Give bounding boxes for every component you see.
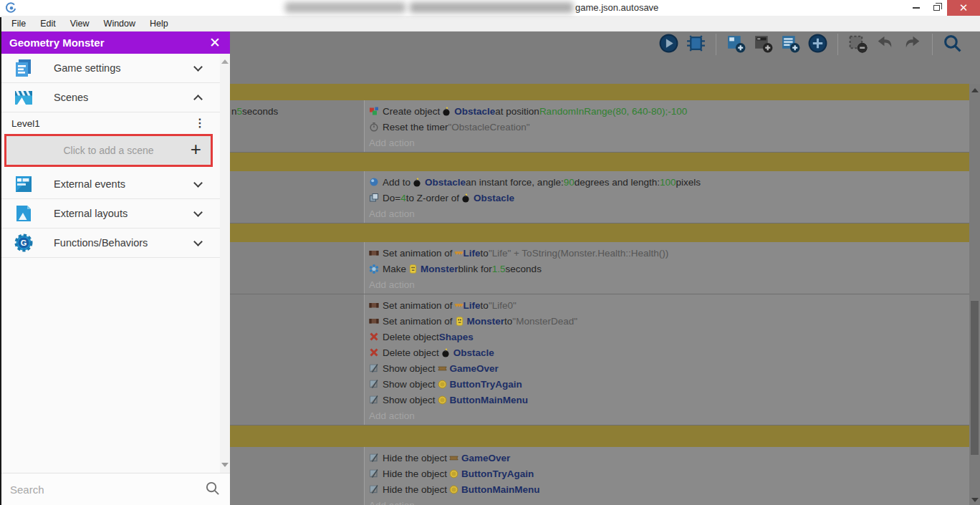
action-text: Reset the timer [383, 122, 448, 133]
action-row[interactable]: Set animation of ♥♥♥Life to "Life" + ToS… [369, 245, 969, 261]
comment-row[interactable] [230, 153, 969, 171]
action-row[interactable]: Set animation of ♥♥♥Life to "Life0" [369, 297, 969, 313]
minimize-button[interactable] [905, 0, 927, 16]
scroll-down-icon[interactable] [221, 463, 229, 467]
add-other-event-button[interactable] [807, 34, 828, 55]
visibility-icon [369, 468, 379, 478]
event-row[interactable]: Set animation of ♥♥♥Life to "Life0"Set a… [230, 294, 969, 425]
comment-row[interactable] [230, 425, 969, 447]
undo-button[interactable] [875, 34, 895, 55]
minimize-icon [913, 7, 920, 9]
comment-row[interactable] [230, 84, 969, 100]
chevron-down-icon[interactable] [193, 208, 203, 217]
actions-cell[interactable]: Hide the object GameOverHide the object … [365, 447, 969, 505]
action-row[interactable]: Hide the object GameOver [369, 450, 969, 466]
menu-file[interactable]: File [4, 16, 33, 31]
action-text: to Z-order of [406, 193, 459, 203]
chevron-down-icon[interactable] [193, 62, 203, 72]
action-row[interactable]: Hide the object ButtonTryAgain [369, 466, 969, 481]
close-window-button[interactable]: ✕ [947, 0, 980, 16]
redo-button[interactable] [902, 34, 923, 55]
chevron-up-icon[interactable] [193, 95, 203, 104]
add-subevent-button[interactable] [753, 34, 774, 55]
menu-edit[interactable]: Edit [33, 16, 63, 31]
action-row[interactable]: Show object GameOver [369, 360, 969, 376]
sidebar-item-functions-behaviors[interactable]: GFunctions/Behaviors [0, 229, 220, 258]
conditions-cell[interactable] [230, 447, 365, 505]
action-row[interactable]: Hide the object ButtonMainMenu [369, 481, 969, 497]
add-action-button[interactable]: Add action [369, 206, 969, 221]
project-manager-panel: Geometry Monster ✕ Game settingsScenesLe… [0, 32, 230, 505]
sidebar-item-external-events[interactable]: External events [0, 170, 220, 199]
kebab-menu-icon[interactable]: ⋮ [194, 117, 206, 129]
sidebar-item-game-settings[interactable]: Game settings [0, 54, 220, 83]
add-action-button[interactable]: Add action [369, 408, 969, 423]
conditions-cell[interactable] [230, 242, 365, 294]
action-row[interactable]: Show object ButtonMainMenu [369, 392, 969, 408]
add-action-button[interactable]: Add action [369, 276, 969, 292]
search-icon[interactable] [205, 481, 220, 499]
action-row[interactable]: Do = 4 to Z-order of Obstacle [369, 190, 969, 206]
debug-button[interactable] [686, 34, 706, 55]
actions-cell[interactable]: Create object Obstacle at position Rando… [365, 100, 969, 152]
action-row[interactable]: Make Monster blink for 1.5 seconds [369, 261, 969, 276]
chevron-down-icon[interactable] [193, 178, 203, 188]
event-row[interactable]: Hide the object GameOverHide the object … [230, 447, 969, 505]
add-scene-button[interactable]: Click to add a scene+ [6, 136, 211, 165]
condition-row[interactable]: n 5 seconds [231, 103, 364, 119]
actions-cell[interactable]: Add to Obstacle an instant force, angle:… [365, 171, 969, 223]
actions-cell[interactable]: Set animation of ♥♥♥Life to "Life0"Set a… [365, 294, 969, 425]
scrollbar-thumb[interactable] [971, 301, 979, 455]
events-scrollbar[interactable] [969, 84, 980, 505]
sidebar-item-scenes[interactable]: Scenes [0, 83, 220, 112]
sidebar-scrollbar[interactable] [220, 54, 230, 473]
action-row[interactable]: Delete object Shapes [369, 329, 969, 345]
action-row[interactable]: Show object ButtonTryAgain [369, 376, 969, 392]
play-button[interactable] [658, 34, 679, 55]
search-events-button[interactable] [942, 34, 963, 55]
string-value: "Life" + ToString(Monster.Health::Health… [489, 248, 668, 259]
add-comment-button[interactable] [780, 34, 801, 55]
conditions-cell[interactable]: n 5 seconds [230, 100, 365, 152]
event-row[interactable]: Set animation of ♥♥♥Life to "Life" + ToS… [230, 242, 969, 294]
action-row[interactable]: Add to Obstacle an instant force, angle:… [369, 174, 969, 190]
sidebar-item-external-layouts[interactable]: External layouts [0, 199, 220, 229]
comment-row[interactable] [230, 223, 969, 242]
play-icon [658, 33, 679, 57]
zorder-icon [369, 193, 379, 203]
bomb-icon [413, 178, 422, 187]
scene-item-level1[interactable]: Level1⋮ [0, 112, 220, 134]
chevron-down-icon[interactable] [193, 237, 203, 246]
scroll-down-icon[interactable] [971, 498, 979, 502]
action-row[interactable]: Reset the timer "ObstacleCreation" [369, 119, 969, 135]
sidebar-item-label: External events [54, 178, 195, 190]
menu-view[interactable]: View [63, 16, 97, 31]
action-text: Set animation of [383, 300, 453, 311]
action-row[interactable]: Create object Obstacle at position Rando… [369, 103, 969, 119]
menu-help[interactable]: Help [143, 16, 176, 31]
object-name: Monster [467, 316, 505, 327]
action-row[interactable]: Set animation of Monster to "MonsterDead… [369, 313, 969, 329]
conditions-cell[interactable] [230, 171, 365, 223]
action-row[interactable]: Delete object Obstacle [369, 345, 969, 360]
add-action-button[interactable]: Add action [369, 497, 969, 505]
scroll-up-icon[interactable] [221, 59, 229, 64]
menu-window[interactable]: Window [97, 16, 143, 31]
animation-icon [369, 248, 379, 258]
visibility-icon [369, 395, 379, 405]
search-input[interactable] [10, 484, 205, 496]
conditions-cell[interactable] [230, 294, 365, 425]
delete-event-button[interactable] [847, 34, 868, 55]
action-text: to [481, 300, 489, 311]
add-action-button[interactable]: Add action [369, 135, 969, 150]
event-row[interactable]: Add to Obstacle an instant force, angle:… [230, 171, 969, 223]
close-panel-icon[interactable]: ✕ [209, 36, 221, 49]
project-panel-header: Geometry Monster ✕ [0, 32, 230, 54]
scroll-up-icon[interactable] [971, 88, 979, 92]
maximize-button[interactable] [926, 0, 947, 16]
add-event-button[interactable] [726, 34, 746, 55]
event-row[interactable]: n 5 secondsCreate object Obstacle at pos… [230, 100, 969, 153]
actions-cell[interactable]: Set animation of ♥♥♥Life to "Life" + ToS… [365, 242, 969, 294]
force-icon [369, 177, 379, 187]
action-text: Set animation of [383, 248, 453, 259]
